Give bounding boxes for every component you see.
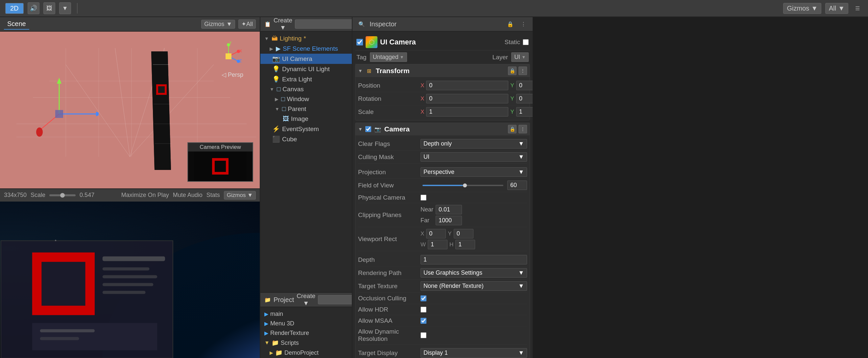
dynamic-res-checkbox[interactable] [421, 332, 427, 338]
hierarchy-item-image[interactable]: 🖼 Image [260, 114, 352, 124]
project-create-btn[interactable]: Create ▼ [297, 293, 315, 307]
hierarchy-search[interactable] [295, 20, 352, 29]
far-field[interactable] [436, 216, 462, 225]
target-display-dropdown[interactable]: Display 1 ▼ [421, 348, 527, 358]
position-x-field[interactable] [426, 81, 508, 90]
projection-dropdown[interactable]: Perspective ▼ [421, 167, 527, 177]
hierarchy-item-canvas[interactable]: ▼ □ Canvas [260, 84, 352, 94]
hierarchy-item-dynamic-light[interactable]: 💡 Dynamic UI Light [260, 64, 352, 74]
project-item-scripts[interactable]: ▼ 📁 Scripts [260, 338, 352, 348]
svg-rect-53 [102, 256, 165, 261]
scale-x-label: X [421, 109, 424, 115]
static-checkbox[interactable] [523, 39, 529, 45]
insp-menu-btn[interactable]: ⋮ [518, 19, 529, 29]
audio-icon-btn[interactable]: 🔊 [28, 2, 39, 14]
hierarchy-item-sf-scene[interactable]: ▶ ▶ SF Scene Elements [260, 44, 352, 54]
project-item-menu3d[interactable]: ▶ Menu 3D [260, 319, 352, 328]
project-item-rendertexture[interactable]: ▶ RenderTexture [260, 328, 352, 338]
allow-hdr-value [421, 307, 527, 312]
fov-slider[interactable] [423, 185, 503, 186]
proj-icon: 📁 [265, 295, 271, 305]
scene-tab[interactable]: Scene [4, 19, 29, 30]
pos-y-label: Y [510, 82, 514, 89]
inspector-panel: 🔍 Inspector 🔒 ⋮ ⬡ UI Camera Static Tag U… [352, 17, 533, 358]
svg-rect-57 [102, 291, 146, 294]
gizmos-dropdown[interactable]: Gizmos ▼ [783, 3, 821, 14]
persp-label: ◁ Persp [222, 71, 243, 78]
hierarchy-item-ui-camera[interactable]: 📷 UI Camera [260, 54, 352, 64]
vp-w-field[interactable] [428, 240, 447, 249]
hierarchy-item-lighting[interactable]: ▼ 🏔 Lighting * [260, 34, 352, 44]
canvas-label: Canvas [282, 86, 304, 93]
hierarchy-item-cube[interactable]: ⬛ Cube [260, 134, 352, 144]
camera-comp-icon: 📷 [374, 125, 382, 133]
unity-logo-icon: ⬡ [366, 36, 377, 48]
depth-label: Depth [358, 256, 421, 264]
culling-mask-dropdown[interactable]: UI ▼ [421, 152, 527, 162]
project-item-demoproj[interactable]: ▶ 📁 DemoProject [260, 348, 352, 358]
camera-preview-content [188, 152, 252, 181]
depth-field[interactable] [421, 255, 527, 265]
target-display-arrow: ▼ [518, 350, 524, 356]
hierarchy-item-eventsystem[interactable]: ⚡ EventSystem [260, 124, 352, 134]
vp-x-field[interactable] [426, 229, 446, 239]
all-dropdown[interactable]: All ▼ [825, 3, 848, 14]
svg-rect-40 [215, 161, 226, 172]
fov-field[interactable] [507, 181, 527, 190]
hierarchy-item-window[interactable]: ▶ □ Window [260, 94, 352, 104]
camera-header[interactable]: ▼ 📷 Camera 🔒 ⋮ [355, 123, 530, 135]
hierarchy-create-btn[interactable]: Create ▼ [274, 17, 292, 31]
allow-msaa-checkbox[interactable] [421, 318, 427, 324]
target-texture-dropdown[interactable]: None (Render Texture) ▼ [421, 281, 527, 291]
svg-rect-52 [41, 262, 85, 306]
occlusion-checkbox[interactable] [421, 296, 427, 301]
mode-2d-button[interactable]: 2D [5, 3, 24, 14]
sf-scene-label: SF Scene Elements [283, 45, 338, 52]
scale-slider[interactable] [49, 194, 75, 196]
inspector-header: 🔍 Inspector 🔒 ⋮ [352, 17, 533, 32]
more-options-btn[interactable]: ▼ [59, 2, 71, 14]
camera-lock-btn[interactable]: 🔒 [508, 125, 517, 133]
project-item-main[interactable]: ▶ main [260, 309, 352, 319]
insp-lock-btn[interactable]: 🔒 [505, 19, 516, 29]
projection-row: Projection Perspective ▼ [358, 166, 527, 179]
stats-button[interactable]: Stats [207, 192, 220, 199]
mute-audio-button[interactable]: Mute Audio [173, 192, 203, 199]
clear-flags-dropdown[interactable]: Depth only ▼ [421, 139, 527, 148]
camera-enabled-checkbox[interactable] [365, 126, 371, 132]
rotation-x-field[interactable] [426, 94, 508, 103]
scale-x-field[interactable] [426, 107, 508, 117]
object-active-checkbox[interactable] [356, 39, 363, 46]
svg-rect-16 [158, 86, 165, 93]
rendering-path-dropdown[interactable]: Use Graphics Settings ▼ [421, 268, 527, 278]
near-label: Near [421, 206, 434, 213]
collab-icon-btn[interactable]: ☰ [852, 3, 863, 13]
toolbar-divider-1 [77, 3, 78, 13]
allow-hdr-checkbox[interactable] [421, 307, 427, 312]
vp-h-field[interactable] [455, 240, 475, 249]
scene-gizmos-dropdown[interactable]: Gizmos ▼ [201, 20, 235, 29]
vp-y-field[interactable] [454, 229, 473, 239]
rotation-y-field[interactable] [516, 94, 533, 103]
near-field[interactable] [436, 205, 462, 214]
physical-camera-checkbox[interactable] [421, 195, 427, 200]
viewport-rect-row: Viewport Rect X Y W H [358, 227, 527, 251]
transform-menu-btn[interactable]: ⋮ [519, 66, 527, 75]
tag-dropdown[interactable]: Untagged ▼ [370, 52, 407, 62]
transform-header[interactable]: ▼ ⊞ Transform 🔒 ⋮ [355, 64, 530, 77]
scene-all-label: ✦All [241, 21, 253, 28]
lighting-asterisk: * [304, 35, 306, 42]
scale-y-field[interactable] [516, 107, 533, 117]
camera-menu-btn[interactable]: ⋮ [519, 125, 527, 133]
hierarchy-item-parent[interactable]: ▼ □ Parent [260, 104, 352, 114]
hierarchy-item-extra-light[interactable]: 💡 Extra Light [260, 74, 352, 84]
position-y-field[interactable] [516, 81, 533, 90]
transform-lock-btn[interactable]: 🔒 [508, 66, 517, 75]
layer-dropdown[interactable]: UI ▼ [511, 52, 529, 62]
maximize-button[interactable]: Maximize On Play [121, 192, 169, 199]
scene-viewport: X Z Y ◁ Persp Camera Preview [0, 32, 260, 188]
scene-all-dropdown[interactable]: ✦All [238, 20, 256, 29]
object-name: UI Camera [380, 38, 502, 47]
scene-bottom-gizmos[interactable]: Gizmos ▼ [224, 191, 256, 200]
image-icon-btn[interactable]: 🖼 [43, 2, 55, 14]
